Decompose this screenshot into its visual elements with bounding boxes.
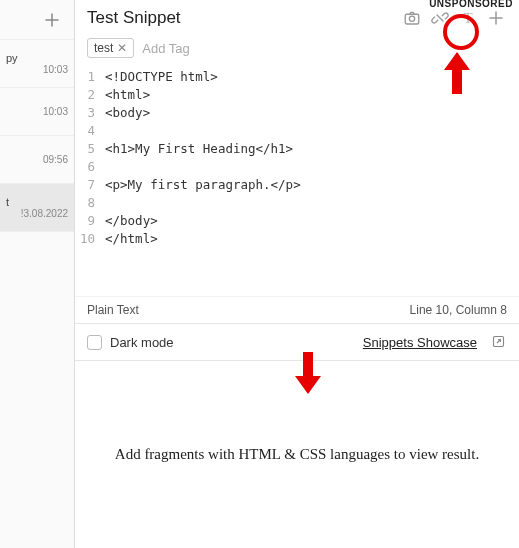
tag-label: test [94,41,113,55]
tag-chip[interactable]: test ✕ [87,38,134,58]
code-content: <p>My first paragraph.</p> [105,176,301,194]
sidebar: py 10:03 10:03 09:56 t !3.08.2022 [0,0,75,548]
snippet-title[interactable]: Test Snippet [87,8,403,28]
dark-mode-label: Dark mode [110,335,355,350]
preview-message: Add fragments with HTML & CSS languages … [115,446,479,463]
code-line: 8 [75,194,519,212]
dark-mode-checkbox[interactable] [87,335,102,350]
code-line: 2<html> [75,86,519,104]
line-number: 6 [75,158,105,176]
line-number: 10 [75,230,105,248]
code-line: 1<!DOCTYPE html> [75,68,519,86]
sidebar-item-time: 10:03 [6,106,68,117]
add-tag-input[interactable]: Add Tag [142,41,189,56]
text-format-icon[interactable]: T [459,9,477,27]
code-line: 9</body> [75,212,519,230]
preview-pane: Add fragments with HTML & CSS languages … [75,361,519,548]
code-content: <html> [105,86,150,104]
tag-remove-icon[interactable]: ✕ [117,41,127,55]
line-number: 1 [75,68,105,86]
status-bar: Plain Text Line 10, Column 8 [75,296,519,324]
code-content: </html> [105,230,158,248]
main-panel: UNSPONSORED Test Snippet T [75,0,519,548]
code-content: <body> [105,104,150,122]
line-number: 3 [75,104,105,122]
line-number: 4 [75,122,105,140]
line-number: 2 [75,86,105,104]
svg-point-1 [409,16,414,21]
add-button[interactable] [487,9,505,27]
add-snippet-button[interactable] [42,10,62,30]
snippets-showcase-link[interactable]: Snippets Showcase [363,335,477,350]
sidebar-item-label: t [6,196,68,208]
code-content: <h1>My First Heading</h1> [105,140,293,158]
code-line: 5<h1>My First Heading</h1> [75,140,519,158]
sidebar-item-selected[interactable]: t !3.08.2022 [0,184,74,232]
language-label[interactable]: Plain Text [87,303,139,317]
camera-icon[interactable] [403,9,421,27]
line-number: 5 [75,140,105,158]
code-line: 4 [75,122,519,140]
code-line: 7<p>My first paragraph.</p> [75,176,519,194]
code-line: 3<body> [75,104,519,122]
code-editor[interactable]: 1<!DOCTYPE html>2<html>3<body>45<h1>My F… [75,68,519,256]
sidebar-item-time: 09:56 [6,154,68,165]
external-link-icon[interactable] [491,334,507,350]
sidebar-item-label: py [6,52,68,64]
link-broken-icon[interactable] [431,9,449,27]
sidebar-item[interactable]: py 10:03 [0,40,74,88]
code-content: </body> [105,212,158,230]
header: Test Snippet T [75,0,519,32]
line-number: 9 [75,212,105,230]
line-number: 7 [75,176,105,194]
sidebar-item-time: 10:03 [6,64,68,75]
sidebar-item[interactable]: 09:56 [0,136,74,184]
cursor-position: Line 10, Column 8 [410,303,507,317]
options-row: Dark mode Snippets Showcase [75,324,519,361]
sidebar-item[interactable]: 10:03 [0,88,74,136]
code-content: <!DOCTYPE html> [105,68,218,86]
code-line: 10</html> [75,230,519,248]
tags-row: test ✕ Add Tag [75,32,519,68]
sidebar-list: py 10:03 10:03 09:56 t !3.08.2022 [0,40,74,548]
code-line: 6 [75,158,519,176]
line-number: 8 [75,194,105,212]
sidebar-item-date: !3.08.2022 [6,208,68,219]
